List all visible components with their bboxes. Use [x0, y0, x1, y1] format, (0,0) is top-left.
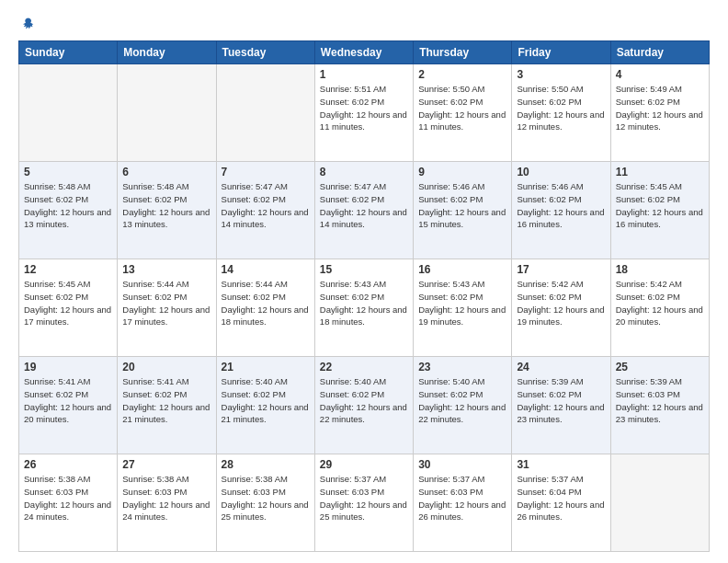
day-number: 4: [616, 68, 704, 81]
table-row: [216, 64, 314, 162]
table-row: 22Sunrise: 5:40 AMSunset: 6:02 PMDayligh…: [314, 357, 413, 454]
day-number: 15: [320, 263, 408, 276]
table-row: 15Sunrise: 5:43 AMSunset: 6:02 PMDayligh…: [314, 259, 413, 357]
day-number: 19: [24, 361, 112, 373]
day-number: 20: [122, 361, 210, 373]
table-row: 25Sunrise: 5:39 AMSunset: 6:03 PMDayligh…: [610, 357, 709, 454]
table-row: 30Sunrise: 5:37 AMSunset: 6:03 PMDayligh…: [414, 454, 512, 552]
day-number: 7: [222, 166, 310, 178]
calendar-row: 19Sunrise: 5:41 AMSunset: 6:02 PMDayligh…: [19, 357, 710, 454]
day-number: 18: [616, 263, 704, 276]
day-info: Sunrise: 5:39 AMSunset: 6:02 PMDaylight:…: [517, 375, 605, 426]
table-row: [118, 64, 216, 162]
day-number: 13: [122, 263, 210, 276]
table-row: 10Sunrise: 5:46 AMSunset: 6:02 PMDayligh…: [512, 162, 610, 259]
table-row: 1Sunrise: 5:51 AMSunset: 6:02 PMDaylight…: [314, 64, 413, 162]
table-row: 24Sunrise: 5:39 AMSunset: 6:02 PMDayligh…: [512, 357, 610, 454]
table-row: 20Sunrise: 5:41 AMSunset: 6:02 PMDayligh…: [118, 357, 216, 454]
day-number: 22: [320, 361, 408, 373]
weekday-thursday: Thursday: [414, 41, 512, 64]
table-row: 31Sunrise: 5:37 AMSunset: 6:04 PMDayligh…: [512, 454, 610, 552]
table-row: 5Sunrise: 5:48 AMSunset: 6:02 PMDaylight…: [19, 162, 118, 259]
day-number: 27: [122, 458, 210, 471]
day-info: Sunrise: 5:50 AMSunset: 6:02 PMDaylight:…: [517, 83, 605, 133]
day-info: Sunrise: 5:46 AMSunset: 6:02 PMDaylight:…: [418, 180, 506, 231]
header: [18, 17, 710, 33]
day-info: Sunrise: 5:47 AMSunset: 6:02 PMDaylight:…: [222, 180, 310, 231]
day-info: Sunrise: 5:37 AMSunset: 6:03 PMDaylight:…: [418, 473, 506, 523]
calendar-row: 5Sunrise: 5:48 AMSunset: 6:02 PMDaylight…: [19, 162, 710, 259]
day-number: 8: [320, 166, 408, 178]
calendar-row: 1Sunrise: 5:51 AMSunset: 6:02 PMDaylight…: [19, 64, 710, 162]
day-number: 21: [222, 361, 310, 373]
day-number: 14: [222, 263, 310, 276]
day-number: 3: [517, 68, 605, 81]
table-row: 18Sunrise: 5:42 AMSunset: 6:02 PMDayligh…: [610, 259, 709, 357]
weekday-tuesday: Tuesday: [216, 41, 314, 64]
table-row: 12Sunrise: 5:45 AMSunset: 6:02 PMDayligh…: [19, 259, 118, 357]
day-info: Sunrise: 5:38 AMSunset: 6:03 PMDaylight:…: [24, 473, 112, 523]
table-row: 13Sunrise: 5:44 AMSunset: 6:02 PMDayligh…: [118, 259, 216, 357]
day-number: 24: [517, 361, 605, 373]
calendar-table: SundayMondayTuesdayWednesdayThursdayFrid…: [18, 40, 710, 552]
table-row: 21Sunrise: 5:40 AMSunset: 6:02 PMDayligh…: [216, 357, 314, 454]
weekday-sunday: Sunday: [19, 41, 118, 64]
table-row: 4Sunrise: 5:49 AMSunset: 6:02 PMDaylight…: [610, 64, 709, 162]
day-info: Sunrise: 5:39 AMSunset: 6:03 PMDaylight:…: [616, 375, 704, 426]
day-info: Sunrise: 5:46 AMSunset: 6:02 PMDaylight:…: [517, 180, 605, 231]
weekday-friday: Friday: [512, 41, 610, 64]
day-number: 31: [517, 458, 605, 471]
logo-text: [18, 17, 38, 33]
day-info: Sunrise: 5:48 AMSunset: 6:02 PMDaylight:…: [122, 180, 210, 231]
table-row: 27Sunrise: 5:38 AMSunset: 6:03 PMDayligh…: [118, 454, 216, 552]
day-number: 26: [24, 458, 112, 471]
table-row: 17Sunrise: 5:42 AMSunset: 6:02 PMDayligh…: [512, 259, 610, 357]
day-number: 6: [122, 166, 210, 178]
day-info: Sunrise: 5:37 AMSunset: 6:04 PMDaylight:…: [517, 473, 605, 523]
day-number: 9: [418, 166, 506, 178]
day-info: Sunrise: 5:40 AMSunset: 6:02 PMDaylight:…: [418, 375, 506, 426]
day-info: Sunrise: 5:42 AMSunset: 6:02 PMDaylight:…: [616, 278, 704, 328]
table-row: [19, 64, 118, 162]
weekday-header-row: SundayMondayTuesdayWednesdayThursdayFrid…: [19, 41, 710, 64]
day-number: 5: [24, 166, 112, 178]
day-info: Sunrise: 5:38 AMSunset: 6:03 PMDaylight:…: [222, 473, 310, 523]
calendar-row: 12Sunrise: 5:45 AMSunset: 6:02 PMDayligh…: [19, 259, 710, 357]
table-row: 29Sunrise: 5:37 AMSunset: 6:03 PMDayligh…: [314, 454, 413, 552]
weekday-wednesday: Wednesday: [314, 41, 413, 64]
day-info: Sunrise: 5:37 AMSunset: 6:03 PMDaylight:…: [320, 473, 408, 523]
logo-bird-icon: [20, 17, 37, 33]
table-row: 19Sunrise: 5:41 AMSunset: 6:02 PMDayligh…: [19, 357, 118, 454]
day-number: 10: [517, 166, 605, 178]
day-info: Sunrise: 5:40 AMSunset: 6:02 PMDaylight:…: [320, 375, 408, 426]
day-info: Sunrise: 5:45 AMSunset: 6:02 PMDaylight:…: [24, 278, 112, 328]
day-info: Sunrise: 5:40 AMSunset: 6:02 PMDaylight:…: [222, 375, 310, 426]
table-row: 16Sunrise: 5:43 AMSunset: 6:02 PMDayligh…: [414, 259, 512, 357]
day-info: Sunrise: 5:50 AMSunset: 6:02 PMDaylight:…: [418, 83, 506, 133]
weekday-monday: Monday: [118, 41, 216, 64]
day-number: 17: [517, 263, 605, 276]
day-info: Sunrise: 5:47 AMSunset: 6:02 PMDaylight:…: [320, 180, 408, 231]
table-row: 23Sunrise: 5:40 AMSunset: 6:02 PMDayligh…: [414, 357, 512, 454]
day-info: Sunrise: 5:44 AMSunset: 6:02 PMDaylight:…: [122, 278, 210, 328]
table-row: 2Sunrise: 5:50 AMSunset: 6:02 PMDaylight…: [414, 64, 512, 162]
day-info: Sunrise: 5:42 AMSunset: 6:02 PMDaylight:…: [517, 278, 605, 328]
table-row: 28Sunrise: 5:38 AMSunset: 6:03 PMDayligh…: [216, 454, 314, 552]
day-number: 25: [616, 361, 704, 373]
table-row: 9Sunrise: 5:46 AMSunset: 6:02 PMDaylight…: [414, 162, 512, 259]
table-row: [610, 454, 709, 552]
table-row: 6Sunrise: 5:48 AMSunset: 6:02 PMDaylight…: [118, 162, 216, 259]
day-number: 16: [418, 263, 506, 276]
calendar-row: 26Sunrise: 5:38 AMSunset: 6:03 PMDayligh…: [19, 454, 710, 552]
table-row: 14Sunrise: 5:44 AMSunset: 6:02 PMDayligh…: [216, 259, 314, 357]
day-info: Sunrise: 5:43 AMSunset: 6:02 PMDaylight:…: [418, 278, 506, 328]
table-row: 26Sunrise: 5:38 AMSunset: 6:03 PMDayligh…: [19, 454, 118, 552]
day-info: Sunrise: 5:48 AMSunset: 6:02 PMDaylight:…: [24, 180, 112, 231]
page: SundayMondayTuesdayWednesdayThursdayFrid…: [0, 0, 728, 563]
table-row: 8Sunrise: 5:47 AMSunset: 6:02 PMDaylight…: [314, 162, 413, 259]
day-number: 30: [418, 458, 506, 471]
day-info: Sunrise: 5:44 AMSunset: 6:02 PMDaylight:…: [222, 278, 310, 328]
table-row: 7Sunrise: 5:47 AMSunset: 6:02 PMDaylight…: [216, 162, 314, 259]
day-info: Sunrise: 5:49 AMSunset: 6:02 PMDaylight:…: [616, 83, 704, 133]
table-row: 11Sunrise: 5:45 AMSunset: 6:02 PMDayligh…: [610, 162, 709, 259]
